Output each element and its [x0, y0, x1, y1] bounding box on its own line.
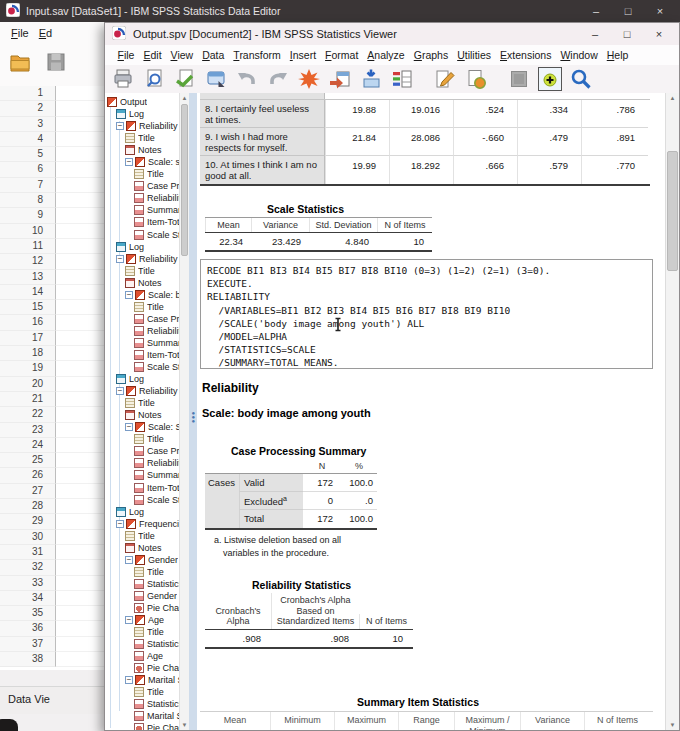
- row-number[interactable]: 12: [0, 254, 56, 269]
- row-number[interactable]: 27: [0, 484, 56, 499]
- outline-item-case-proc[interactable]: Case Proc: [105, 313, 179, 325]
- goto-case-icon[interactable]: [328, 67, 352, 91]
- row-number[interactable]: 25: [0, 453, 56, 468]
- unselected-square-icon[interactable]: [507, 67, 531, 91]
- collapse-icon[interactable]: −: [116, 520, 124, 528]
- data-cell[interactable]: [56, 652, 104, 667]
- outline-item-reliability[interactable]: −Reliability: [105, 385, 179, 397]
- outline-item-statistics[interactable]: Statistics: [105, 578, 179, 590]
- outline-item-title[interactable]: Title: [105, 132, 179, 144]
- outline-item-log[interactable]: Log: [105, 506, 179, 518]
- outline-item-notes[interactable]: Notes: [105, 409, 179, 421]
- outline-item-scale-stati[interactable]: Scale Stati: [105, 361, 179, 373]
- data-cell[interactable]: [56, 606, 104, 621]
- outline-item-marital-sta[interactable]: Marital Sta: [105, 710, 179, 722]
- open-folder-icon[interactable]: [8, 50, 32, 74]
- data-cell[interactable]: [56, 254, 104, 269]
- export-icon[interactable]: [173, 67, 197, 91]
- row-number[interactable]: 22: [0, 407, 56, 422]
- outline-item-statistics[interactable]: Statistics: [105, 698, 179, 710]
- row-number[interactable]: 5: [0, 147, 56, 162]
- splitter-handle-icon[interactable]: ●●●: [192, 411, 195, 423]
- outline-item-summary-i[interactable]: Summary I: [105, 337, 179, 349]
- collapse-icon[interactable]: −: [116, 122, 124, 130]
- outline-item-reliability-s[interactable]: Reliability S: [105, 192, 179, 204]
- recall-dialog-icon[interactable]: [204, 67, 228, 91]
- menu-window[interactable]: Window: [556, 47, 602, 63]
- data-cell[interactable]: [56, 239, 104, 254]
- menu-data[interactable]: Data: [198, 47, 229, 63]
- outline-item-reliability-s[interactable]: Reliability S: [105, 457, 179, 469]
- data-cell[interactable]: [56, 101, 104, 116]
- outline-item-scale-body-ima[interactable]: −Scale: body ima: [105, 289, 179, 301]
- undo-icon[interactable]: [235, 67, 259, 91]
- row-number[interactable]: 11: [0, 239, 56, 254]
- data-cell[interactable]: [56, 147, 104, 162]
- outline-item-summary-i[interactable]: Summary I: [105, 469, 179, 481]
- outline-item-age[interactable]: −Age: [105, 614, 179, 626]
- row-number[interactable]: 14: [0, 285, 56, 300]
- row-number[interactable]: 1: [0, 86, 56, 101]
- outline-item-title[interactable]: Title: [105, 433, 179, 445]
- outline-item-scale-self-este[interactable]: −Scale: self-este: [105, 156, 179, 168]
- row-number[interactable]: 26: [0, 468, 56, 483]
- data-cell[interactable]: [56, 621, 104, 636]
- menu-view[interactable]: View: [166, 47, 198, 63]
- show-variables-icon[interactable]: [390, 67, 414, 91]
- data-cell[interactable]: [56, 453, 104, 468]
- data-cell[interactable]: [56, 499, 104, 514]
- row-number[interactable]: 34: [0, 591, 56, 606]
- outline-item-title[interactable]: Title: [105, 530, 179, 542]
- outline-item-gender[interactable]: −Gender: [105, 554, 179, 566]
- outline-item-pie-chart[interactable]: Pie Chart: [105, 602, 179, 614]
- editor-menu-ed[interactable]: Ed: [34, 25, 57, 41]
- outline-item-notes[interactable]: Notes: [105, 144, 179, 156]
- row-number[interactable]: 3: [0, 117, 56, 132]
- collapse-icon[interactable]: −: [125, 676, 133, 684]
- outline-item-reliability[interactable]: −Reliability: [105, 120, 179, 132]
- collapse-icon[interactable]: −: [125, 556, 133, 564]
- scrollbar-thumb[interactable]: [181, 104, 188, 256]
- outline-item-statistics[interactable]: Statistics: [105, 638, 179, 650]
- pane-splitter[interactable]: ●●●: [189, 93, 197, 730]
- goto-output-icon[interactable]: [297, 67, 321, 91]
- menu-extensions[interactable]: Extensions: [496, 47, 556, 63]
- outline-item-item-total[interactable]: Item-Total: [105, 349, 179, 361]
- outline-item-scale-stati[interactable]: Scale Stati: [105, 494, 179, 506]
- outline-item-log[interactable]: Log: [105, 108, 179, 120]
- data-cell[interactable]: [56, 193, 104, 208]
- zoom-icon[interactable]: [569, 67, 593, 91]
- outline-item-output[interactable]: Output: [105, 96, 179, 108]
- save-icon[interactable]: [44, 50, 68, 74]
- outline-item-pie-chart[interactable]: Pie Chart: [105, 662, 179, 674]
- viewer-maximize-button[interactable]: □: [611, 23, 643, 45]
- data-cell[interactable]: [56, 361, 104, 376]
- data-cell[interactable]: [56, 377, 104, 392]
- data-cell[interactable]: [56, 637, 104, 652]
- data-cell[interactable]: [56, 407, 104, 422]
- data-cell[interactable]: [56, 545, 104, 560]
- outline-scrollbar[interactable]: ▲ ▼: [179, 93, 189, 730]
- viewer-close-button[interactable]: ×: [643, 23, 675, 45]
- data-cell[interactable]: [56, 514, 104, 529]
- outline-item-pie-chart[interactable]: Pie Chart: [105, 722, 179, 730]
- outline-item-log[interactable]: Log: [105, 241, 179, 253]
- data-cell[interactable]: [56, 300, 104, 315]
- outline-item-title[interactable]: Title: [105, 265, 179, 277]
- row-number[interactable]: 30: [0, 530, 56, 545]
- data-cell[interactable]: [56, 560, 104, 575]
- data-cell[interactable]: [56, 208, 104, 223]
- row-number[interactable]: 17: [0, 331, 56, 346]
- collapse-icon[interactable]: −: [116, 387, 124, 395]
- menu-insert[interactable]: Insert: [285, 47, 320, 63]
- data-cell[interactable]: [56, 285, 104, 300]
- row-number[interactable]: 7: [0, 178, 56, 193]
- data-cell[interactable]: [56, 162, 104, 177]
- print-preview-icon[interactable]: [142, 67, 166, 91]
- scroll-up-icon[interactable]: ▲: [180, 93, 189, 103]
- collapse-icon[interactable]: −: [125, 616, 133, 624]
- outline-item-title[interactable]: Title: [105, 168, 179, 180]
- row-number[interactable]: 35: [0, 606, 56, 621]
- row-number[interactable]: 23: [0, 423, 56, 438]
- row-number[interactable]: 18: [0, 346, 56, 361]
